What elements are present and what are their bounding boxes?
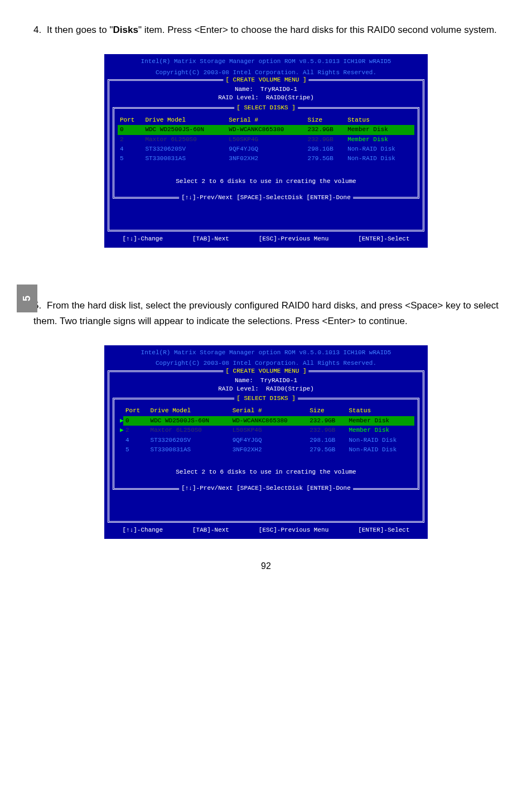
raid-label-2: RAID Level: xyxy=(218,385,259,392)
r2-model-2: ST3320620SV xyxy=(148,436,230,445)
step4-pre: It then goes to " xyxy=(47,25,113,35)
bios-footer-2: [↑↓]-Change [TAB]-Next [ESC]-Previous Me… xyxy=(108,525,424,536)
r0-status-1: Member Disk xyxy=(345,125,414,134)
r0-model-1: WDC WD2500JS-60N xyxy=(143,125,226,134)
r0-size-2: 232.9GB xyxy=(307,416,346,426)
r2-serial-2: 9QF4YJGQ xyxy=(230,436,308,445)
bios-header1-l1: Intel(R) Matrix Storage Manager option R… xyxy=(108,57,424,66)
r2-size-2: 298.1GB xyxy=(307,436,346,445)
footer-tab-1: [TAB]-Next xyxy=(192,235,229,243)
step4-bold: Disks xyxy=(113,25,138,35)
r2-status-2: Non-RAID Disk xyxy=(346,436,414,445)
raid-row-1: RAID Level: RAID0(Stripe) xyxy=(113,94,419,102)
select-disks-label-2: [ SELECT DISKS ] xyxy=(234,394,298,403)
footer-change-1: [↑↓]-Change xyxy=(122,235,163,243)
hdr-status-1: Status xyxy=(345,115,414,125)
r3-port-1: 5 xyxy=(118,154,143,163)
side-tab: 5 xyxy=(17,285,37,312)
disk-table-2: Port Drive Model Serial # Size Status ▶ … xyxy=(118,406,414,455)
table-header-2: Port Drive Model Serial # Size Status xyxy=(118,406,414,416)
r0-model-2: WDC WD2500JS-60N xyxy=(148,416,230,426)
disk-table-1: Port Drive Model Serial # Size Status 0 … xyxy=(118,115,414,164)
step4-post: " item. Press <Enter> to choose the hard… xyxy=(138,25,497,35)
footer-change-2: [↑↓]-Change xyxy=(122,526,163,534)
page-number: 92 xyxy=(33,561,499,571)
raid-row-2: RAID Level: RAID0(Stripe) xyxy=(113,385,419,393)
table-row[interactable]: ▶ 0 WDC WD2500JS-60N WD-WCANKC865380 232… xyxy=(118,416,414,426)
r2-size-1: 298.1GB xyxy=(306,144,346,154)
r3-status-2: Non-RAID Disk xyxy=(346,445,414,455)
table-row[interactable]: 5 ST3300831AS 3NF02XH2 279.5GB Non-RAID … xyxy=(118,154,414,163)
bios-header2-l1: Intel(R) Matrix Storage Manager option R… xyxy=(108,349,424,357)
name-value-1: TryRAID0-1 xyxy=(260,86,297,93)
table-row[interactable]: 5 ST3300831AS 3NF02XH2 279.5GB Non-RAID … xyxy=(118,445,414,455)
r0-port-1: 0 xyxy=(118,125,143,134)
footer-enter-2: [ENTER]-Select xyxy=(358,526,409,534)
r2-serial-1: 9QF4YJGQ xyxy=(226,144,305,154)
r0-port-2: 0 xyxy=(123,416,148,426)
r0-size-1: 232.9GB xyxy=(306,125,346,134)
r3-model-2: ST3300831AS xyxy=(148,445,230,455)
footer-tab-2: [TAB]-Next xyxy=(192,526,229,534)
table-row[interactable]: 0 WDC WD2500JS-60N WD-WCANKC865380 232.9… xyxy=(118,125,414,134)
step5-text: 5.From the hard disk list, select the pr… xyxy=(33,298,499,328)
r3-status-1: Non-RAID Disk xyxy=(345,154,414,163)
create-volume-box-1: [ CREATE VOLUME MENU ] Name: TryRAID0-1 … xyxy=(108,79,424,232)
r0-serial-2: WD-WCANKC865380 xyxy=(230,416,308,426)
table-row[interactable]: ▶ 2 Maxtor 6L250S0 L50SKP4G 232.9GB Memb… xyxy=(118,426,414,435)
r1-status-1: Member Disk xyxy=(345,135,414,144)
r1-size-1: 232.9GB xyxy=(306,135,346,144)
r1-size-2: 232.9GB xyxy=(307,426,346,435)
r3-serial-2: 3NF02XH2 xyxy=(230,445,308,455)
r1-status-2: Member Disk xyxy=(346,426,414,435)
hdr-drive-1: Drive Model xyxy=(143,115,226,125)
footer-esc-1: [ESC]-Previous Menu xyxy=(259,235,328,243)
hdr-status-2: Status xyxy=(346,406,414,416)
nav-help-1: [↑↓]-Prev/Next [SPACE]-SelectDisk [ENTER… xyxy=(179,194,353,202)
footer-enter-1: [ENTER]-Select xyxy=(358,235,409,243)
hdr-size-1: Size xyxy=(306,115,346,125)
create-volume-box-2: [ CREATE VOLUME MENU ] Name: TryRAID0-1 … xyxy=(108,370,424,523)
table-row[interactable]: 2 Maxtor 6L250S0 L50SKP4G 232.9GB Member… xyxy=(118,135,414,144)
name-label-2: Name: xyxy=(235,377,253,384)
r2-model-1: ST3320620SV xyxy=(143,144,226,154)
r2-status-1: Non-RAID Disk xyxy=(345,144,414,154)
name-label-1: Name: xyxy=(235,86,253,93)
hdr-drive-2: Drive Model xyxy=(148,406,230,416)
r3-size-1: 279.5GB xyxy=(306,154,346,163)
table-row[interactable]: 4 ST3320620SV 9QF4YJGQ 298.1GB Non-RAID … xyxy=(118,436,414,445)
hdr-port-1: Port xyxy=(118,115,143,125)
create-menu-label-2: [ CREATE VOLUME MENU ] xyxy=(223,367,308,375)
r1-model-1: Maxtor 6L250S0 xyxy=(143,135,226,144)
r2-port-2: 4 xyxy=(123,436,148,445)
select-text-2: Select 2 to 6 disks to use in creating t… xyxy=(118,468,414,476)
r1-model-2: Maxtor 6L250S0 xyxy=(148,426,230,435)
r1-port-1: 2 xyxy=(118,135,143,144)
r3-model-1: ST3300831AS xyxy=(143,154,226,163)
footer-esc-2: [ESC]-Previous Menu xyxy=(259,526,328,534)
r3-port-2: 5 xyxy=(123,445,148,455)
table-row[interactable]: 4 ST3320620SV 9QF4YJGQ 298.1GB Non-RAID … xyxy=(118,144,414,154)
r1-serial-1: L50SKP4G xyxy=(226,135,305,144)
bios-screen-2: Intel(R) Matrix Storage Manager option R… xyxy=(104,345,428,539)
r0-serial-1: WD-WCANKC865380 xyxy=(226,125,305,134)
step4-num: 4. xyxy=(33,22,47,37)
step4-text: 4.It then goes to "Disks" item. Press <E… xyxy=(33,22,499,37)
table-header-1: Port Drive Model Serial # Size Status xyxy=(118,115,414,125)
raid-value-1: RAID0(Stripe) xyxy=(266,94,314,101)
hdr-serial-2: Serial # xyxy=(230,406,308,416)
step5-body: From the hard disk list, select the prev… xyxy=(33,300,499,326)
bios-screen-1: Intel(R) Matrix Storage Manager option R… xyxy=(104,54,428,248)
r2-port-1: 4 xyxy=(118,144,143,154)
name-row-2: Name: TryRAID0-1 xyxy=(113,377,419,385)
nav-help-2: [↑↓]-Prev/Next [SPACE]-SelectDisk [ENTER… xyxy=(179,484,353,493)
create-menu-label-1: [ CREATE VOLUME MENU ] xyxy=(223,76,308,84)
select-disks-label-1: [ SELECT DISKS ] xyxy=(234,104,298,112)
select-disks-box-1: [ SELECT DISKS ] Port Drive Model Serial… xyxy=(113,107,419,199)
r1-port-2: 2 xyxy=(123,426,148,435)
hdr-serial-1: Serial # xyxy=(226,115,305,125)
triangle-marker-icon: ▶ xyxy=(118,426,122,435)
raid-label-1: RAID Level: xyxy=(218,94,259,101)
triangle-marker-icon: ▶ xyxy=(118,416,122,426)
r0-status-2: Member Disk xyxy=(346,416,414,426)
